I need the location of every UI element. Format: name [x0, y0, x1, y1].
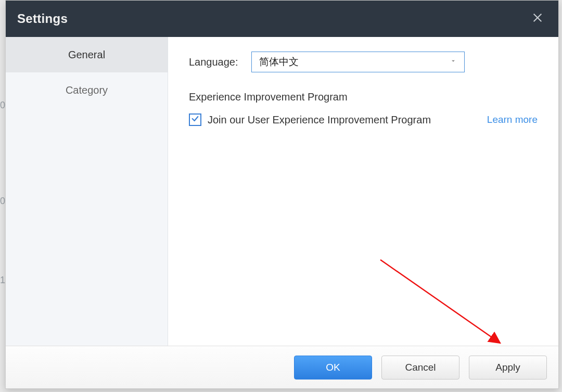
language-select[interactable]: 简体中文: [251, 52, 465, 72]
experience-checkbox[interactable]: [189, 113, 201, 126]
apply-button[interactable]: Apply: [469, 356, 547, 380]
button-label: Cancel: [405, 362, 436, 373]
sidebar-tab-label: General: [68, 49, 105, 61]
titlebar: Settings: [6, 1, 558, 37]
dialog-body: General Category Language: 简体中文 Experien…: [6, 37, 558, 346]
close-icon: [532, 12, 543, 26]
experience-checkbox-row: Join our User Experience Improvement Pro…: [189, 113, 538, 126]
sidebar-tab-label: Category: [66, 84, 108, 96]
background-text: 0: [0, 196, 5, 207]
section-title: Experience Improvement Program: [189, 91, 538, 103]
background-text: 1: [0, 275, 5, 286]
experience-checkbox-label: Join our User Experience Improvement Pro…: [208, 114, 431, 126]
learn-more-link[interactable]: Learn more: [487, 114, 538, 125]
button-label: OK: [326, 362, 340, 373]
background-text: 0: [0, 100, 5, 111]
check-icon: [191, 115, 199, 125]
ok-button[interactable]: OK: [294, 356, 372, 380]
annotation-arrow: [376, 256, 512, 346]
language-row: Language: 简体中文: [189, 52, 538, 72]
language-select-value: 简体中文: [259, 55, 299, 69]
sidebar-tab-category[interactable]: Category: [6, 72, 168, 108]
chevron-down-icon: [450, 57, 457, 67]
dialog-title: Settings: [17, 11, 68, 26]
cancel-button[interactable]: Cancel: [381, 356, 459, 380]
sidebar: General Category: [6, 37, 168, 346]
dialog-footer: OK Cancel Apply: [6, 346, 558, 388]
content-panel: Language: 简体中文 Experience Improvement Pr…: [168, 37, 558, 346]
close-button[interactable]: [528, 9, 547, 28]
settings-dialog: Settings General Category Language: 简体中文: [5, 0, 559, 389]
sidebar-tab-general[interactable]: General: [6, 37, 168, 72]
language-label: Language:: [189, 56, 251, 68]
button-label: Apply: [495, 362, 520, 373]
svg-line-2: [380, 260, 500, 343]
